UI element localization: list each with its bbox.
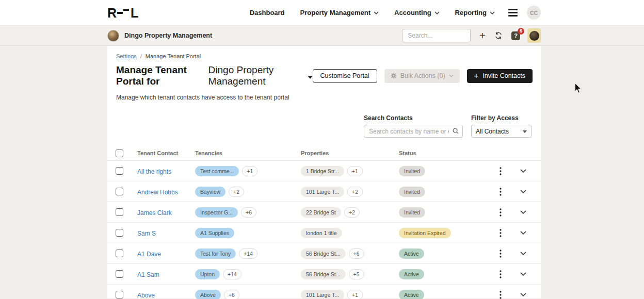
row-checkbox[interactable] [116, 167, 123, 175]
row-expand-chevron-icon[interactable] [520, 272, 526, 276]
hamburger-menu-icon[interactable] [508, 9, 518, 16]
search-contacts-label: Search Contacts [364, 114, 463, 122]
property-pill[interactable]: 101 Large T... [301, 187, 344, 197]
property-more-pill[interactable]: +5 [349, 269, 364, 279]
tenancy-pill[interactable]: Test comme... [195, 166, 239, 176]
tenancy-more-pill[interactable]: +6 [224, 290, 239, 299]
tenancy-pill[interactable]: Inspector G... [195, 207, 238, 218]
property-pill[interactable]: 101 Large T... [301, 290, 344, 299]
top-navigation-bar: R L Dashboard Property Management Accoun… [0, 0, 644, 26]
page-title-org[interactable]: Dingo Property Management [208, 64, 303, 87]
contacts-table: Tenant Contact Tenancies Properties Stat… [107, 146, 541, 299]
org-name[interactable]: Dingo Property Management [124, 32, 212, 39]
nav-dashboard[interactable]: Dashboard [250, 9, 285, 16]
property-pill[interactable]: 56 Bridge St... [301, 269, 346, 279]
header-properties: Properties [301, 150, 399, 156]
gear-icon [391, 73, 397, 79]
property-pill[interactable]: 1 Bridge Str... [301, 166, 344, 176]
header-status: Status [399, 150, 488, 156]
row-checkbox[interactable] [116, 250, 123, 257]
profile-avatar-button[interactable] [527, 28, 541, 43]
row-expand-chevron-icon[interactable] [520, 210, 526, 214]
table-header-row: Tenant Contact Tenancies Properties Stat… [107, 146, 541, 161]
customise-portal-button[interactable]: Customise Portal [313, 69, 377, 83]
row-actions-kebab-icon[interactable] [500, 291, 502, 299]
title-dropdown-caret-icon[interactable] [308, 76, 313, 79]
tenant-contact-link[interactable]: All the rights [137, 168, 171, 175]
nav-accounting[interactable]: Accounting [394, 9, 440, 16]
chevron-down-icon [449, 74, 454, 77]
tenant-contact-link[interactable]: A1 Sam [137, 271, 159, 278]
org-avatar[interactable] [107, 30, 119, 42]
row-checkbox[interactable] [116, 188, 123, 195]
status-badge: Invitation Expired [399, 228, 451, 238]
tenant-contact-link[interactable]: Sam S [137, 230, 156, 237]
breadcrumb-current: Manage Tenant Portal [146, 53, 201, 59]
row-actions-kebab-icon[interactable] [500, 229, 502, 237]
status-badge: Active [399, 248, 424, 259]
tenant-contact-link[interactable]: James Clark [137, 209, 172, 217]
contacts-search-input[interactable] [364, 125, 463, 138]
global-search-input[interactable] [402, 29, 471, 42]
tenancy-pill[interactable]: Test for Tony [195, 248, 236, 259]
tenancy-pill[interactable]: Above [195, 290, 221, 299]
access-filter-select[interactable]: All Contacts [471, 125, 532, 138]
table-row: James Clark Inspector G... +6 22 Bridge … [107, 202, 541, 223]
tenancy-more-pill[interactable]: +14 [239, 248, 257, 259]
row-checkbox[interactable] [116, 291, 123, 298]
select-all-checkbox[interactable] [116, 150, 123, 157]
row-actions-kebab-icon[interactable] [500, 208, 502, 217]
breadcrumb-settings-link[interactable]: Settings [116, 53, 137, 59]
tenant-contact-link[interactable]: Andrew Hobbs [137, 189, 178, 196]
refresh-icon[interactable] [494, 31, 503, 40]
add-icon[interactable]: + [479, 31, 486, 40]
row-checkbox[interactable] [116, 229, 123, 237]
bulk-actions-button[interactable]: Bulk Actions (0) [384, 69, 460, 83]
property-pill[interactable]: 22 Bridge St [301, 207, 341, 218]
breadcrumb: Settings / Manage Tenant Portal [107, 53, 541, 59]
tenant-contact-link[interactable]: A1 Dave [137, 251, 161, 258]
tenancy-pill[interactable]: Bayview [195, 187, 226, 197]
tenancy-more-pill[interactable]: +2 [229, 187, 244, 197]
property-pill[interactable]: 56 Bridge St... [301, 248, 346, 259]
plus-icon: + [474, 72, 479, 79]
access-filter-value: All Contacts [476, 128, 509, 135]
profile-avatar [529, 31, 539, 41]
invite-contacts-button[interactable]: + Invite Contacts [467, 69, 533, 83]
user-avatar[interactable]: CC [527, 6, 541, 20]
logo-dashes [117, 7, 130, 19]
nav-property-management[interactable]: Property Management [300, 9, 379, 16]
page-subtitle: Manage which tenant contacts have access… [107, 94, 541, 101]
row-expand-chevron-icon[interactable] [520, 252, 526, 256]
row-expand-chevron-icon[interactable] [520, 169, 526, 173]
help-icon[interactable]: ? 5 [511, 31, 520, 40]
property-more-pill[interactable]: +1 [347, 290, 363, 299]
row-actions-kebab-icon[interactable] [500, 270, 502, 278]
property-pill[interactable]: london 1 title [301, 228, 342, 238]
row-expand-chevron-icon[interactable] [520, 293, 526, 297]
tenancy-more-pill[interactable]: +14 [223, 269, 242, 279]
nav-reporting[interactable]: Reporting [455, 9, 495, 16]
nav-label: Property Management [300, 9, 371, 16]
property-more-pill[interactable]: +1 [347, 166, 363, 176]
row-expand-chevron-icon[interactable] [520, 231, 526, 235]
tenant-contact-link[interactable]: Above [137, 292, 155, 299]
row-checkbox[interactable] [116, 270, 123, 278]
property-more-pill[interactable]: +6 [349, 248, 364, 259]
property-more-pill[interactable]: +2 [344, 207, 360, 218]
tenancy-more-pill[interactable]: +6 [241, 207, 256, 218]
filter-by-access-label: Filter by Access [471, 114, 532, 122]
row-checkbox[interactable] [116, 208, 123, 216]
header-tenancies: Tenancies [195, 150, 301, 156]
table-row: All the rights Test comme... +1 1 Bridge… [107, 161, 541, 181]
row-actions-kebab-icon[interactable] [500, 188, 502, 196]
tenancy-pill[interactable]: Upton [195, 269, 220, 279]
row-actions-kebab-icon[interactable] [500, 167, 502, 175]
app-logo[interactable]: R L [107, 7, 138, 19]
row-expand-chevron-icon[interactable] [520, 190, 526, 194]
tenancy-pill[interactable]: A1 Supplies [195, 228, 234, 238]
tenancy-more-pill[interactable]: +1 [242, 166, 257, 176]
row-actions-kebab-icon[interactable] [500, 250, 502, 258]
logo-letter-r: R [107, 7, 116, 19]
property-more-pill[interactable]: +2 [347, 187, 363, 197]
